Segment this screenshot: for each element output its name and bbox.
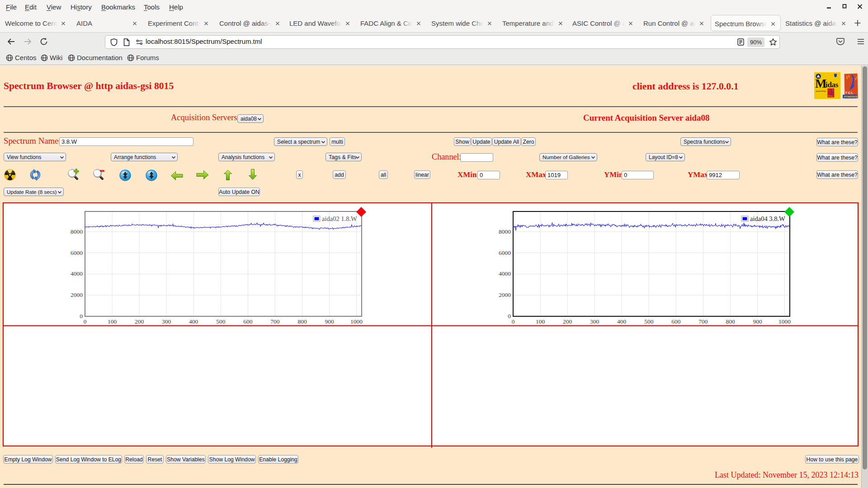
svg-text:8000: 8000 <box>499 228 511 235</box>
svg-text:aida04 3.8.W: aida04 3.8.W <box>750 215 785 222</box>
svg-text:200: 200 <box>563 318 572 325</box>
svg-text:aida02 1.8.W: aida02 1.8.W <box>322 215 357 222</box>
svg-text:800: 800 <box>297 318 307 325</box>
svg-text:0: 0 <box>84 318 87 325</box>
svg-text:0: 0 <box>80 313 83 319</box>
svg-text:0: 0 <box>508 313 511 319</box>
svg-text:6000: 6000 <box>71 249 83 256</box>
svg-text:800: 800 <box>726 318 735 325</box>
svg-text:400: 400 <box>617 318 627 325</box>
svg-text:600: 600 <box>671 318 681 325</box>
svg-text:100: 100 <box>108 318 117 325</box>
svg-text:500: 500 <box>216 318 226 325</box>
svg-text:900: 900 <box>325 318 334 325</box>
svg-text:6000: 6000 <box>499 249 511 256</box>
svg-text:700: 700 <box>698 318 708 325</box>
svg-text:0: 0 <box>512 318 515 325</box>
svg-text:300: 300 <box>162 318 171 325</box>
svg-text:2000: 2000 <box>71 291 83 298</box>
svg-text:POWERED: POWERED <box>844 95 858 98</box>
svg-text:500: 500 <box>644 318 654 325</box>
svg-text:4000: 4000 <box>499 270 511 277</box>
svg-text:4000: 4000 <box>71 270 83 277</box>
svg-text:8000: 8000 <box>71 228 83 235</box>
svg-text:M: M <box>815 77 826 90</box>
svg-text:1000: 1000 <box>778 318 791 325</box>
svg-text:300: 300 <box>590 318 599 325</box>
svg-text:400: 400 <box>189 318 198 325</box>
svg-text:powered by: powered by <box>816 90 826 92</box>
svg-text:700: 700 <box>270 318 280 325</box>
svg-text:TCL: TCL <box>845 91 854 95</box>
svg-text:600: 600 <box>243 318 253 325</box>
svg-text:900: 900 <box>753 318 762 325</box>
svg-text:100: 100 <box>536 318 545 325</box>
svg-text:200: 200 <box>135 318 144 325</box>
svg-text:2000: 2000 <box>499 291 511 298</box>
svg-text:1000: 1000 <box>350 318 363 325</box>
svg-text:T C L: T C L <box>828 95 833 97</box>
svg-text:idas: idas <box>826 80 839 89</box>
